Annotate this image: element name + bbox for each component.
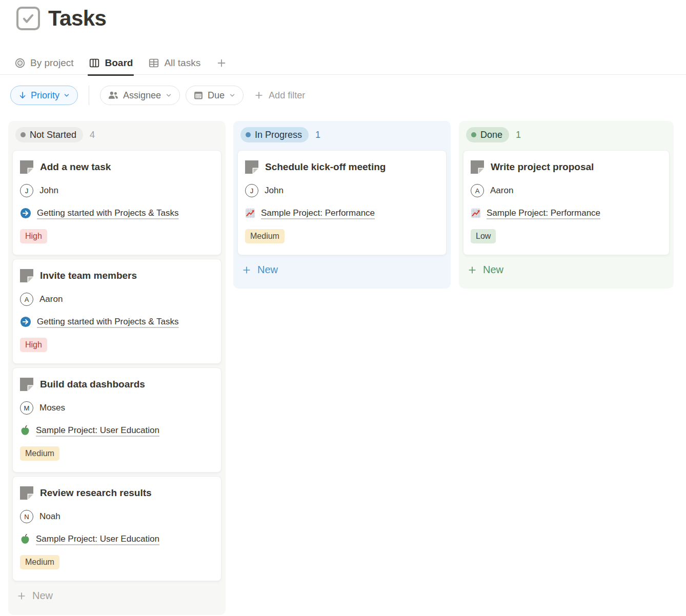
card-title-row: Build data dashboards [20,377,214,392]
avatar: A [471,184,484,197]
assignee-row: M Moses [20,401,214,415]
apple-icon [20,425,30,436]
status-label: Not Started [30,130,76,140]
board-column-in-progress: In Progress 1 Schedule kick-off meeting … [233,121,451,289]
status-dot-icon [471,132,476,137]
column-count: 1 [315,130,320,140]
new-card-label: New [32,590,53,602]
assignee-name: John [39,186,58,196]
column-cards: Add a new task J John Getting started wi… [12,150,221,581]
arrow-circle-icon [20,208,31,219]
priority-badge: High [20,229,47,243]
plus-icon [16,591,27,601]
priority-badge: Medium [245,229,285,243]
assignee-name: John [265,186,284,196]
project-link[interactable]: Sample Project: User Education [36,425,159,436]
card-title: Schedule kick-off meeting [265,161,386,173]
page-icon [20,269,33,282]
project-row: Sample Project: Performance [245,207,439,220]
avatar: J [20,184,33,197]
assignee-name: Noah [39,511,60,522]
task-card[interactable]: Schedule kick-off meeting J John Sample … [237,150,447,255]
plus-icon [467,265,477,275]
assignee-row: J John [245,183,439,198]
priority-badge: Medium [20,446,59,461]
assignee-name: Moses [39,403,65,413]
project-row: Sample Project: User Education [20,424,214,437]
new-card-label: New [257,264,278,276]
new-card-button[interactable]: New [463,259,670,281]
page-icon [20,378,33,391]
assignee-name: Aaron [490,186,513,196]
assignee-name: Aaron [39,294,63,304]
card-title-row: Add a new task [20,159,214,175]
column-count: 1 [516,130,521,140]
project-link[interactable]: Sample Project: Performance [487,208,600,218]
project-link[interactable]: Getting started with Projects & Tasks [37,208,179,218]
column-cards: Write project proposal A Aaron Sample Pr… [463,150,670,255]
status-label: In Progress [255,130,302,140]
card-title-row: Write project proposal [471,159,662,175]
task-card[interactable]: Invite team members A Aaron Getting star… [12,259,221,364]
project-link[interactable]: Sample Project: Performance [261,208,375,218]
assignee-row: A Aaron [20,292,214,306]
avatar: J [245,184,258,197]
page-icon [245,160,258,174]
column-count: 4 [90,130,95,140]
status-dot-icon [21,132,26,137]
priority-badge: High [20,338,47,352]
assignee-row: J John [20,183,214,198]
card-title-row: Review research results [20,485,214,501]
board: Not Started 4 Add a new task J John Gett… [0,0,686,616]
apple-icon [20,533,30,545]
chart-icon [471,208,481,218]
project-link[interactable]: Getting started with Projects & Tasks [37,317,179,327]
task-card[interactable]: Write project proposal A Aaron Sample Pr… [463,150,670,255]
column-cards: Schedule kick-off meeting J John Sample … [237,150,447,255]
card-title: Review research results [40,487,152,499]
avatar: M [20,401,33,415]
avatar: A [20,293,33,306]
card-title: Invite team members [40,270,137,281]
avatar: N [20,510,33,523]
column-header: Done 1 [463,127,670,142]
new-card-label: New [483,264,503,276]
project-row: Getting started with Projects & Tasks [20,315,214,328]
tasks-board-page: Tasks By project Board All tasks [0,0,686,616]
column-header: In Progress 1 [237,127,447,142]
assignee-row: N Noah [20,509,214,524]
card-title-row: Schedule kick-off meeting [245,159,439,175]
project-row: Sample Project: Performance [471,207,662,220]
chart-icon [245,208,255,218]
column-status-pill[interactable]: In Progress [240,127,309,142]
priority-badge: Medium [20,555,59,569]
plus-icon [241,265,252,275]
card-title: Build data dashboards [40,379,145,390]
column-status-pill[interactable]: Done [466,127,509,142]
page-icon [471,160,484,174]
new-card-button[interactable]: New [237,259,447,281]
board-column-not-started: Not Started 4 Add a new task J John Gett… [8,121,226,615]
arrow-circle-icon [20,316,31,327]
priority-badge: Low [471,229,496,243]
task-card[interactable]: Review research results N Noah Sample Pr… [12,476,221,581]
status-dot-icon [246,132,251,137]
project-link[interactable]: Sample Project: User Education [36,534,159,544]
project-row: Sample Project: User Education [20,532,214,546]
page-icon [20,160,33,174]
new-card-button[interactable]: New [12,585,221,607]
card-title: Add a new task [40,161,111,173]
status-label: Done [480,130,502,140]
page-icon [20,486,33,500]
task-card[interactable]: Build data dashboards M Moses Sample Pro… [12,367,221,473]
card-title-row: Invite team members [20,268,214,283]
project-row: Getting started with Projects & Tasks [20,207,214,220]
task-card[interactable]: Add a new task J John Getting started wi… [12,150,221,255]
column-status-pill[interactable]: Not Started [15,127,83,142]
column-header: Not Started 4 [12,127,221,142]
assignee-row: A Aaron [471,183,662,198]
board-column-done: Done 1 Write project proposal A Aaron Sa… [459,121,674,289]
card-title: Write project proposal [491,161,594,173]
